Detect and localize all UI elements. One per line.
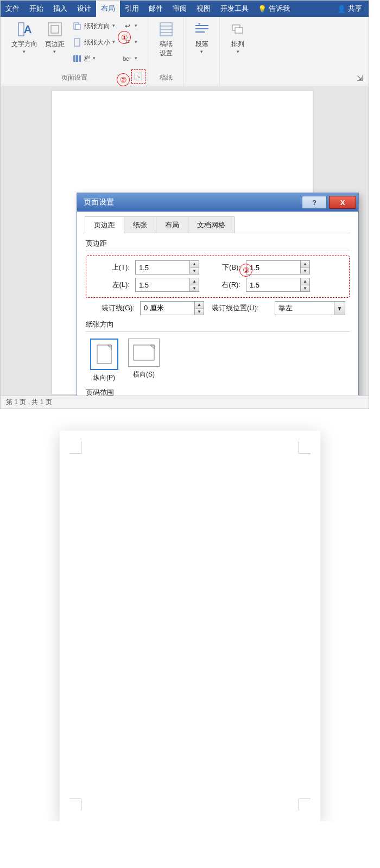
spin-down-icon[interactable]: ▼ [301, 268, 309, 275]
status-bar: 第 1 页 , 共 1 页 [1, 395, 369, 409]
spin-down-icon[interactable]: ▼ [190, 268, 199, 275]
tell-me[interactable]: 💡 告诉我 [254, 1, 294, 17]
input-left[interactable] [135, 278, 189, 292]
svg-rect-2 [48, 23, 61, 36]
group-page-setup: A 文字方向 ▾ 页边距 ▾ 纸张方向 ▾ [1, 17, 148, 86]
spin-up-icon[interactable]: ▲ [301, 278, 309, 285]
caret-icon: ▾ [93, 55, 96, 61]
manuscript-button[interactable]: 稿纸 设置 [155, 19, 178, 59]
manuscript-label: 稿纸 设置 [160, 40, 173, 58]
hyphenation-button[interactable]: bc⁻▾ [121, 52, 140, 66]
tab-mail[interactable]: 邮件 [144, 1, 168, 17]
tab-view[interactable]: 视图 [192, 1, 216, 17]
share-button[interactable]: 👤 共享 [331, 1, 369, 17]
spin-top[interactable]: ▲▼ [135, 260, 199, 275]
spin-right[interactable]: ▲▼ [246, 278, 310, 292]
orientation-icon [72, 21, 82, 31]
fieldset-orientation-title: 纸张方向 [86, 320, 350, 329]
dlg-tab-margins[interactable]: 页边距 [85, 216, 124, 233]
ribbon-tabstrip: 文件 开始 插入 设计 布局 引用 邮件 审阅 视图 开发工具 💡 告诉我 👤 … [1, 1, 369, 17]
portrait-icon [90, 339, 118, 370]
spin-bottom[interactable]: ▲▼ [246, 260, 310, 275]
svg-rect-6 [74, 39, 80, 46]
orientation-landscape[interactable]: 横向(S) [128, 339, 160, 379]
text-direction-icon: A [15, 20, 34, 39]
tab-developer[interactable]: 开发工具 [216, 1, 254, 17]
orientation-button[interactable]: 纸张方向 ▾ [70, 19, 117, 33]
margins-label: 页边距 [45, 40, 65, 49]
spin-up-icon[interactable]: ▲ [190, 261, 199, 268]
input-right[interactable] [246, 278, 300, 292]
arrange-icon [229, 20, 247, 39]
spin-up-icon[interactable]: ▲ [195, 302, 204, 309]
paragraph-icon [193, 20, 211, 39]
spin-left[interactable]: ▲▼ [135, 278, 199, 292]
page-setup-launcher[interactable]: ↘ [131, 69, 145, 84]
help-button[interactable]: ? [302, 196, 327, 209]
tab-home[interactable]: 开始 [24, 1, 48, 17]
spin-down-icon[interactable]: ▼ [301, 285, 309, 292]
svg-text:A: A [24, 23, 31, 35]
word-window: 文件 开始 插入 设计 布局 引用 邮件 审阅 视图 开发工具 💡 告诉我 👤 … [0, 0, 369, 409]
pin-ribbon-icon[interactable]: ⇲ [357, 74, 363, 82]
dialog-titlebar[interactable]: 页面设置 ? X [77, 193, 358, 212]
svg-marker-17 [198, 23, 200, 25]
dlg-tab-grid[interactable]: 文档网格 [188, 216, 235, 233]
svg-rect-9 [79, 55, 81, 62]
caret-icon: ▾ [112, 39, 115, 44]
caret-icon: ▾ [53, 49, 56, 54]
caret-icon: ▾ [200, 49, 203, 54]
svg-rect-3 [51, 25, 59, 33]
line-numbers-icon: ¹² [123, 37, 132, 47]
caret-icon: ▾ [112, 23, 115, 28]
tab-references[interactable]: 引用 [120, 1, 144, 17]
tab-file[interactable]: 文件 [1, 1, 24, 17]
svg-rect-8 [76, 55, 78, 62]
label-bottom: 下(B): [205, 263, 240, 272]
group-arrange: 排列 ▾ [220, 17, 256, 86]
size-label: 纸张大小 [84, 38, 110, 47]
input-bottom[interactable] [246, 260, 300, 275]
launcher-icon: ↘ [135, 73, 142, 80]
breaks-button[interactable]: ↩▾ [121, 19, 140, 33]
dialog-title: 页面设置 [77, 197, 121, 207]
dlg-tab-paper[interactable]: 纸张 [124, 216, 156, 233]
svg-rect-22 [134, 345, 154, 360]
page-setup-dialog: 页面设置 ? X 页边距 纸张 布局 文档网格 页边距 ③ [77, 193, 359, 395]
group-manuscript: 稿纸 设置 稿纸 [148, 17, 184, 86]
input-top[interactable] [135, 260, 189, 275]
input-gutter[interactable] [140, 301, 194, 315]
spin-down-icon[interactable]: ▼ [195, 309, 204, 315]
spin-up-icon[interactable]: ▲ [301, 261, 309, 268]
spin-down-icon[interactable]: ▼ [190, 285, 199, 292]
tab-insert[interactable]: 插入 [48, 1, 72, 17]
label-top: 上(T): [90, 263, 130, 272]
label-left: 左(L): [90, 280, 130, 290]
tab-layout[interactable]: 布局 [96, 1, 120, 17]
text-direction-button[interactable]: A 文字方向 ▾ [9, 19, 40, 55]
ribbon: A 文字方向 ▾ 页边距 ▾ 纸张方向 ▾ [1, 17, 369, 86]
margins-button[interactable]: 页边距 ▾ [43, 19, 67, 55]
combo-gutter-pos[interactable]: 靠左▼ [275, 301, 345, 315]
dlg-tab-layout[interactable]: 布局 [156, 216, 188, 233]
arrange-button[interactable]: 排列 ▾ [226, 19, 249, 55]
columns-button[interactable]: 栏 ▾ [70, 52, 117, 66]
line-numbers-button[interactable]: ¹²▾ [121, 35, 140, 49]
svg-rect-0 [18, 23, 24, 36]
spin-up-icon[interactable]: ▲ [190, 278, 199, 285]
tab-review[interactable]: 审阅 [168, 1, 192, 17]
tab-design[interactable]: 设计 [72, 1, 96, 17]
orientation-portrait[interactable]: 纵向(P) [90, 339, 118, 382]
result-page [60, 431, 320, 821]
close-button[interactable]: X [329, 196, 356, 209]
margins-highlight: ③ 上(T): ▲▼ 下(B): ▲▼ 左(L): ▲▼ 右(R): ▲▼ [86, 256, 350, 298]
group-label-page-setup: 页面设置 [4, 71, 144, 86]
dropdown-icon[interactable]: ▼ [334, 301, 345, 315]
spin-gutter[interactable]: ▲▼ [140, 301, 204, 315]
fieldset-range: 页码范围 多页(M): 普通▼ [86, 388, 350, 395]
paragraph-label: 段落 [195, 40, 208, 49]
share-icon: 👤 [337, 5, 346, 13]
size-button[interactable]: 纸张大小 ▾ [70, 35, 117, 49]
margin-mark-icon [299, 799, 311, 810]
paragraph-button[interactable]: 段落 ▾ [191, 19, 213, 55]
